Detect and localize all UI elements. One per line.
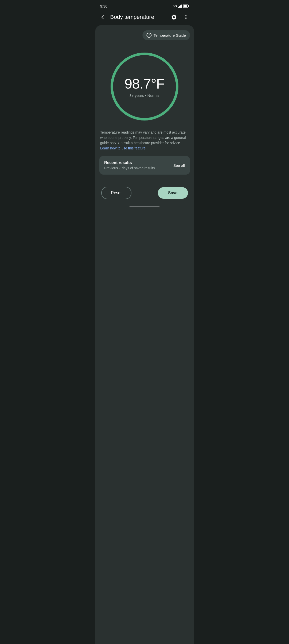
more-vert-icon — [183, 14, 189, 20]
reset-button[interactable]: Reset — [101, 187, 131, 199]
settings-button[interactable] — [170, 13, 178, 21]
temperature-guide-label: Temperature Guide — [154, 33, 186, 37]
info-circle-icon: i — [147, 33, 152, 38]
status-bar: 9:30 5G — [95, 0, 194, 11]
bottom-buttons: Reset Save — [99, 183, 190, 203]
action-buttons: Reset Save — [99, 183, 190, 203]
temperature-circle: 98.7°F 3+ years • Normal — [109, 51, 180, 122]
recent-results-subtitle: Previous 7 days of saved results — [104, 166, 155, 170]
temperature-value: 98.7°F — [124, 75, 165, 92]
recent-results-text: Recent results Previous 7 days of saved … — [104, 160, 155, 170]
header-left: Body temperature — [99, 13, 154, 21]
network-label: 5G — [173, 4, 177, 8]
disclaimer-text: Temperature readings may vary and are mo… — [99, 130, 190, 151]
header-right — [170, 13, 190, 21]
battery-icon — [183, 5, 189, 8]
back-button[interactable] — [99, 13, 107, 21]
temperature-guide-button[interactable]: i Temperature Guide — [142, 30, 190, 40]
learn-how-link[interactable]: Learn how to use this feature — [100, 146, 146, 150]
see-all-button[interactable]: See all — [173, 163, 185, 168]
status-time: 9:30 — [100, 4, 108, 8]
header: Body temperature — [95, 11, 194, 25]
status-icons: 5G — [173, 4, 189, 8]
temperature-subtitle: 3+ years • Normal — [129, 93, 160, 98]
more-options-button[interactable] — [182, 13, 190, 21]
save-button[interactable]: Save — [158, 187, 188, 199]
recent-results-card: Recent results Previous 7 days of saved … — [99, 156, 190, 175]
disclaimer-body: Temperature readings may vary and are mo… — [100, 130, 186, 145]
page-title: Body temperature — [110, 14, 154, 20]
back-arrow-icon — [100, 14, 106, 20]
main-content: i Temperature Guide 98.7°F 3+ years • No… — [95, 25, 194, 644]
home-indicator — [129, 206, 160, 207]
temperature-display: 98.7°F 3+ years • Normal — [99, 51, 190, 122]
signal-bars-icon — [178, 4, 182, 8]
gear-icon — [171, 14, 177, 20]
recent-results-title: Recent results — [104, 160, 155, 165]
